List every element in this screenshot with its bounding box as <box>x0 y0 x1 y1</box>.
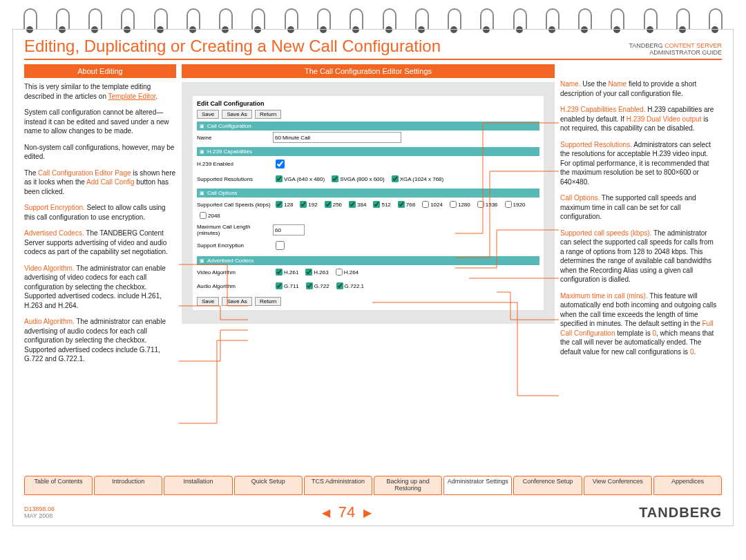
edit-title: Edit Call Configuration <box>197 100 539 107</box>
sp-1536[interactable] <box>477 201 484 208</box>
sp-2048[interactable] <box>200 212 207 219</box>
return-button[interactable]: Return <box>255 110 281 119</box>
doc-id: D13898.06MAY 2008 <box>24 505 55 519</box>
template-editor-link[interactable]: Template Editor <box>108 93 156 100</box>
sp-256[interactable] <box>325 201 332 208</box>
next-page-icon[interactable]: ▶ <box>363 506 372 519</box>
save-button-2[interactable]: Save <box>197 297 219 306</box>
lbl-supenc: Support Encryption <box>197 242 273 249</box>
res-svga[interactable] <box>332 175 338 182</box>
sp-512[interactable] <box>373 201 380 208</box>
save-button[interactable]: Save <box>197 110 219 119</box>
bottom-buttons: Save Save As Return <box>197 297 539 306</box>
res-xga[interactable] <box>392 175 399 182</box>
lbl-aalg: Audio Algorithm <box>197 283 273 289</box>
sp-192[interactable] <box>300 201 307 208</box>
para-name: Name. Use the Name field to provide a sh… <box>560 79 719 98</box>
tandberg-logo: TANDBERG <box>639 505 722 521</box>
lbl-valg: Video Algorithm <box>197 269 273 276</box>
section-adv: Advertised Codecs <box>197 256 539 265</box>
nav-tabs: Table of Contents Introduction Installat… <box>24 476 722 495</box>
page-number: 74 <box>338 503 355 521</box>
intro-para: This is very similar to the template edi… <box>24 82 176 101</box>
sp-384[interactable] <box>349 201 356 208</box>
tab-appendices[interactable]: Appendices <box>653 476 722 495</box>
para-maxtime: Maximum time in call (mins). This featur… <box>560 291 719 357</box>
v-h263[interactable] <box>305 269 312 276</box>
sp-1024[interactable] <box>422 201 429 208</box>
para-audio-alg: Audio Algorithm. The administrator can e… <box>24 317 176 364</box>
tab-install[interactable]: Installation <box>164 476 232 495</box>
v-h264[interactable] <box>336 269 343 276</box>
para-supres: Supported Resolutions. Administrators ca… <box>560 140 719 187</box>
tab-confsetup[interactable]: Conference Setup <box>513 476 582 495</box>
lbl-h239e: H.239 Enabled <box>197 161 273 167</box>
para-syscfg: System call configuration cannot be alte… <box>24 108 176 136</box>
para-support-encryption: Support Encryption. Select to allow call… <box>24 203 176 222</box>
tab-tcsadmin[interactable]: TCS Administration <box>304 476 372 495</box>
a-g7221[interactable] <box>336 282 343 289</box>
para-speeds: Supported call speeds (kbps). The admini… <box>560 229 719 284</box>
section-callopt: Call Options <box>197 189 539 197</box>
supenc-checkbox[interactable] <box>276 241 285 250</box>
brand-block: TANDBERG CONTENT SERVER ADMINISTRATOR GU… <box>629 42 722 56</box>
a-g722[interactable] <box>306 282 313 289</box>
lbl-maxlen: Maximum Call Length (minutes) <box>197 224 273 236</box>
lbl-name: Name <box>197 135 273 141</box>
tab-intro[interactable]: Introduction <box>94 476 162 495</box>
para-adv-codecs: Advertised Codecs. The TANDBERG Content … <box>24 229 176 257</box>
tab-adminsettings[interactable]: Administrator Settings <box>443 476 512 495</box>
sp-128[interactable] <box>276 201 283 208</box>
section-call-config: Call Configuration <box>197 122 539 131</box>
para-nonsys: Non-system call configurations, however,… <box>24 143 176 162</box>
page-title: Editing, Duplicating or Creating a New C… <box>24 37 441 56</box>
top-buttons: Save Save As Return <box>197 110 539 119</box>
h239-checkbox[interactable] <box>276 160 285 168</box>
sp-768[interactable] <box>398 201 405 208</box>
tab-backup[interactable]: Backing up and Restoring <box>374 476 442 495</box>
sp-1920[interactable] <box>505 201 512 208</box>
res-vga[interactable] <box>276 175 283 182</box>
saveas-button[interactable]: Save As <box>222 110 251 119</box>
maxlen-input[interactable] <box>273 224 305 235</box>
para-editorpage: The Call Configuration Editor Page is sh… <box>24 168 176 197</box>
mid-header: The Call Configuration Editor Settings <box>182 64 555 78</box>
tab-quicksetup[interactable]: Quick Setup <box>234 476 303 495</box>
section-h239: H.239 Capabilities <box>197 147 539 156</box>
prev-page-icon[interactable]: ◀ <box>322 506 330 519</box>
para-video-alg: Video Algorithm. The administrator can e… <box>24 264 176 311</box>
a-g711[interactable] <box>276 282 283 289</box>
return-button-2[interactable]: Return <box>255 297 281 306</box>
para-callopt: Call Options. The supported call speeds … <box>560 193 719 222</box>
saveas-button-2[interactable]: Save As <box>222 297 251 306</box>
spiral-binding <box>0 0 746 29</box>
sp-1280[interactable] <box>450 201 457 208</box>
pager: ◀ 74 ▶ <box>322 503 372 521</box>
lbl-supres: Supported Resolutions <box>197 176 273 182</box>
v-h261[interactable] <box>276 269 283 276</box>
editor-screenshot: Edit Call Configuration Save Save As Ret… <box>182 82 555 324</box>
name-input[interactable] <box>273 132 401 143</box>
left-header: About Editing <box>24 64 176 78</box>
para-h239cap: H.239 Capabilities Enabled. H.239 capabi… <box>560 105 719 133</box>
lbl-speeds: Supported Call Speeds (kbps) <box>197 202 273 208</box>
tab-viewconf[interactable]: View Conferences <box>584 476 652 495</box>
tab-toc[interactable]: Table of Contents <box>24 476 93 495</box>
